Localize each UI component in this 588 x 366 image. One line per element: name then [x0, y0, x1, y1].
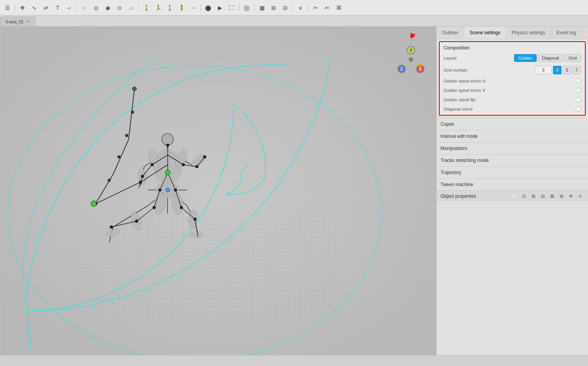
panel-content: Composition Layout Golden Diagonal Grid …: [437, 39, 588, 355]
svg-point-93: [141, 175, 144, 178]
accordion-manipulators-header[interactable]: Manipulators: [437, 143, 588, 154]
main-toolbar: ☰ ✥ ∿ ⇄ T ⌐ ○ ◎ ◉ ⊙ ⌓ 🚶 🏃 🚶 🧍 → ⬤ ▶ ⛶ ◎ …: [0, 0, 588, 16]
props-icon-eye[interactable]: 👁: [567, 192, 575, 200]
video-tool-icon[interactable]: ▶: [215, 3, 225, 13]
composition-section: Composition Layout Golden Diagonal Grid …: [439, 41, 586, 116]
scene-tab-0-test-01[interactable]: 0-test_01 ✕: [0, 17, 35, 26]
lock-icon[interactable]: 🔒: [416, 61, 423, 67]
eye-tool-icon[interactable]: ◉: [103, 3, 113, 13]
props-icon-4[interactable]: ⊠: [548, 192, 556, 200]
curve-icon[interactable]: ∿: [29, 3, 39, 13]
golden-flip-controls: [576, 97, 581, 102]
sep-5: [254, 4, 255, 12]
golden-mirror-v-row: Golden spiral mirror V: [440, 86, 585, 95]
diagonal-mirror-controls: [576, 106, 581, 112]
tab-outliner[interactable]: Outliner: [437, 26, 464, 39]
status-bar: [0, 355, 588, 366]
accordion-trajectory: Trajectory: [437, 166, 588, 178]
accordion-copier: Copier: [437, 118, 588, 130]
layout-controls: Golden Diagonal Grid: [514, 54, 581, 62]
move-icon[interactable]: ✥: [18, 3, 28, 13]
accordion-tracks-stretching-header[interactable]: Tracks stretching mode: [437, 155, 588, 166]
props-icon-menu[interactable]: ≡: [576, 192, 584, 200]
composition-title: Composition: [440, 42, 585, 52]
axis-y-button[interactable]: Y: [407, 46, 415, 55]
sphere-tool-icon[interactable]: ⬤: [203, 3, 213, 13]
svg-point-100: [193, 218, 197, 221]
sep-1: [77, 4, 77, 12]
arc-tool-icon[interactable]: ⌓: [126, 3, 136, 13]
gizmo-container: Y Z X: [397, 46, 425, 73]
layout-golden-btn[interactable]: Golden: [514, 54, 536, 62]
tab-close-icon[interactable]: ✕: [26, 19, 30, 24]
accordion-trajectory-header[interactable]: Trajectory: [437, 167, 588, 178]
sep-3: [200, 4, 201, 12]
bracket-tool-icon[interactable]: ⌐: [64, 3, 74, 13]
golden-mirror-h-row: Golden spiral mirror H: [440, 76, 585, 86]
layout3-icon[interactable]: ⊟: [280, 3, 290, 13]
main-area: ↑ ▲ Y Z X 🔒 Outliner Scene settings Phys…: [0, 26, 588, 355]
accordion-manipulators: Manipulators: [437, 142, 588, 154]
run1-icon[interactable]: 🏃: [153, 3, 163, 13]
props-icon-2[interactable]: ⊞: [530, 192, 537, 200]
text-tool-icon[interactable]: T: [53, 3, 63, 13]
3d-viewport[interactable]: ↑ ▲ Y Z X 🔒: [0, 26, 436, 355]
accordion-interval-edit: Interval edit mode: [437, 130, 588, 142]
svg-point-95: [203, 155, 206, 158]
retarget-icon[interactable]: ⇄: [41, 3, 51, 13]
grid-num-7-btn[interactable]: 7: [572, 66, 581, 74]
grid-number-controls: 3 3 5 7: [535, 66, 581, 74]
expand-tool-icon[interactable]: ⛶: [226, 3, 237, 13]
tab-scene-settings[interactable]: Scene settings: [464, 26, 506, 39]
walk-icon[interactable]: 🚶: [141, 3, 151, 13]
diagonal-mirror-radio[interactable]: [576, 106, 581, 112]
cut3-icon[interactable]: ⌘: [334, 3, 344, 13]
run2-icon[interactable]: 🚶: [165, 3, 175, 13]
spiral-tool-icon[interactable]: ◎: [242, 3, 252, 13]
svg-point-45: [133, 87, 137, 91]
camera-icon[interactable]: ⊙: [114, 3, 125, 13]
svg-point-91: [151, 163, 154, 166]
object-properties-bar: Object properties ⬜ ⊡ ⊞ ⊟ ⊠ ⊗ 👁 ≡: [437, 190, 588, 201]
layout1-icon[interactable]: ▦: [257, 3, 267, 13]
props-icon-0[interactable]: ⬜: [511, 192, 519, 200]
svg-point-89: [158, 188, 161, 192]
grid-num-3-btn[interactable]: 3: [553, 66, 562, 74]
grid-number-row: Grid number 3 3 5 7: [440, 64, 585, 76]
props-icon-1[interactable]: ⊡: [520, 192, 528, 200]
accordion-interval-edit-header[interactable]: Interval edit mode: [437, 130, 588, 142]
accordion-tween-machine-header[interactable]: Tween machine: [437, 179, 588, 190]
props-icon-3[interactable]: ⊟: [539, 192, 547, 200]
svg-point-101: [165, 170, 170, 175]
circle-tool-icon[interactable]: ○: [79, 3, 90, 13]
props-icon-5[interactable]: ⊗: [558, 192, 565, 200]
layout-grid-btn[interactable]: Grid: [564, 54, 581, 62]
axis-center-dot: [409, 58, 413, 62]
cut2-icon[interactable]: ✄: [322, 3, 332, 13]
chevron-tool-icon[interactable]: ∨: [295, 3, 305, 13]
target-tool-icon[interactable]: ◎: [91, 3, 101, 13]
golden-mirror-h-label: Golden spiral mirror H: [444, 79, 576, 83]
layout-diagonal-btn[interactable]: Diagonal: [538, 54, 563, 62]
tab-event-log[interactable]: Event log: [551, 26, 582, 39]
accordion-copier-header[interactable]: Copier: [437, 118, 588, 130]
grid-number-input[interactable]: 3: [535, 66, 552, 74]
arrow-tool-icon[interactable]: →: [188, 3, 198, 13]
grid-num-5-btn[interactable]: 5: [563, 66, 571, 74]
svg-point-106: [139, 181, 142, 184]
tab-physics-settings[interactable]: Physics settings: [506, 26, 551, 39]
golden-flip-radio[interactable]: [576, 97, 581, 102]
layout2-icon[interactable]: ⊞: [269, 3, 279, 13]
viewport-gizmo: Y Z X 🔒: [397, 46, 425, 73]
golden-mirror-h-radio[interactable]: [576, 78, 581, 84]
svg-point-97: [135, 220, 138, 223]
tab-label: 0-test_01: [6, 19, 24, 24]
golden-mirror-v-radio[interactable]: [576, 88, 581, 93]
run3-icon[interactable]: 🧍: [176, 3, 186, 13]
layout-row: Layout Golden Diagonal Grid: [440, 52, 585, 64]
icon-0[interactable]: ☰: [2, 3, 12, 13]
scissors-icon[interactable]: ✂: [311, 3, 321, 13]
svg-point-99: [180, 206, 183, 209]
axis-z-button[interactable]: Z: [397, 65, 406, 73]
svg-point-43: [125, 134, 128, 137]
